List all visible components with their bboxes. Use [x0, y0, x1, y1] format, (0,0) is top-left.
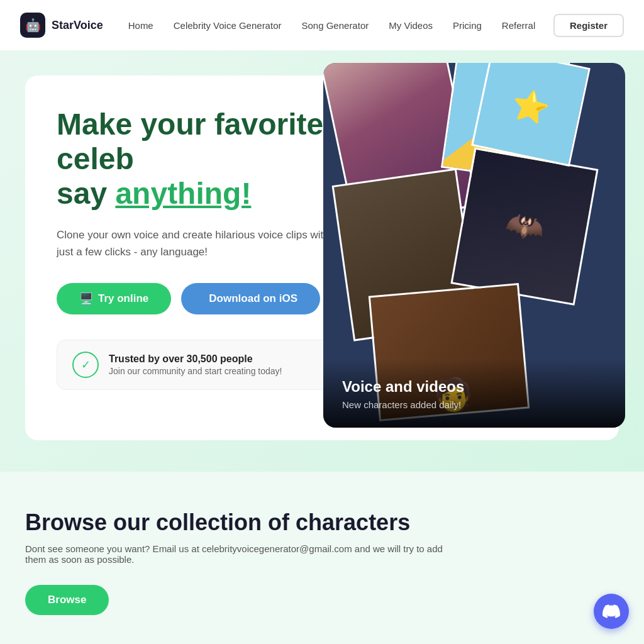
- check-icon: ✓: [72, 352, 99, 378]
- hero-title-highlight: anything!: [115, 177, 251, 210]
- overlay-sub: New characters added daily!: [342, 399, 606, 410]
- nav-song-generator[interactable]: Song Generator: [301, 20, 369, 31]
- celebrity-collage: 👩 🧽 🧔 🦇 🧑: [323, 63, 625, 428]
- nav-pricing[interactable]: Pricing: [453, 20, 482, 31]
- celeb-image-4: 🦇: [450, 147, 598, 305]
- nav-my-videos[interactable]: My Videos: [389, 20, 433, 31]
- trust-text: Trusted by over 30,500 people Join our c…: [109, 353, 282, 376]
- nav-right: Register: [553, 14, 624, 37]
- trust-sub: Join our community and start creating to…: [109, 366, 282, 376]
- nav-home[interactable]: Home: [128, 20, 153, 31]
- ios-download-button[interactable]: Download on iOS: [181, 283, 320, 314]
- collage-overlay: Voice and videos New characters added da…: [323, 359, 625, 428]
- browse-section: Browse our collection of characters Dont…: [0, 472, 644, 640]
- navbar: 🤖 StarVoice Home Celebrity Voice Generat…: [0, 0, 644, 50]
- nav-referral[interactable]: Referral: [502, 20, 535, 31]
- trust-badge: ✓ Trusted by over 30,500 people Join our…: [57, 340, 333, 390]
- nav-links: Home Celebrity Voice Generator Song Gene…: [128, 20, 553, 31]
- browse-title: Browse our collection of characters: [25, 509, 619, 536]
- hero-subtitle: Clone your own voice and create hilariou…: [57, 226, 346, 260]
- brand-name: StarVoice: [52, 19, 103, 32]
- browse-subtitle-text: Dont see someone you want? Email us at c…: [25, 543, 443, 565]
- computer-icon: 🖥️: [79, 292, 93, 306]
- try-online-label: Try online: [98, 292, 148, 305]
- hero-card: Make your favorite celeb say anything! C…: [25, 75, 619, 440]
- hero-section: Make your favorite celeb say anything! C…: [0, 50, 644, 472]
- discord-icon: [602, 602, 620, 620]
- nav-celebrity-voice[interactable]: Celebrity Voice Generator: [174, 20, 282, 31]
- ios-label: Download on iOS: [209, 292, 297, 305]
- logo-link[interactable]: 🤖 StarVoice: [20, 13, 103, 38]
- browse-subtitle: Dont see someone you want? Email us at c…: [25, 543, 465, 565]
- overlay-title: Voice and videos: [342, 378, 606, 396]
- browse-button[interactable]: Browse: [25, 585, 109, 615]
- trust-title: Trusted by over 30,500 people: [109, 353, 282, 365]
- try-online-button[interactable]: 🖥️ Try online: [57, 283, 171, 314]
- register-button[interactable]: Register: [553, 14, 624, 37]
- collage-grid: 👩 🧽 🧔 🦇 🧑: [323, 63, 625, 428]
- logo-icon: 🤖: [20, 13, 45, 38]
- discord-button[interactable]: [594, 594, 629, 629]
